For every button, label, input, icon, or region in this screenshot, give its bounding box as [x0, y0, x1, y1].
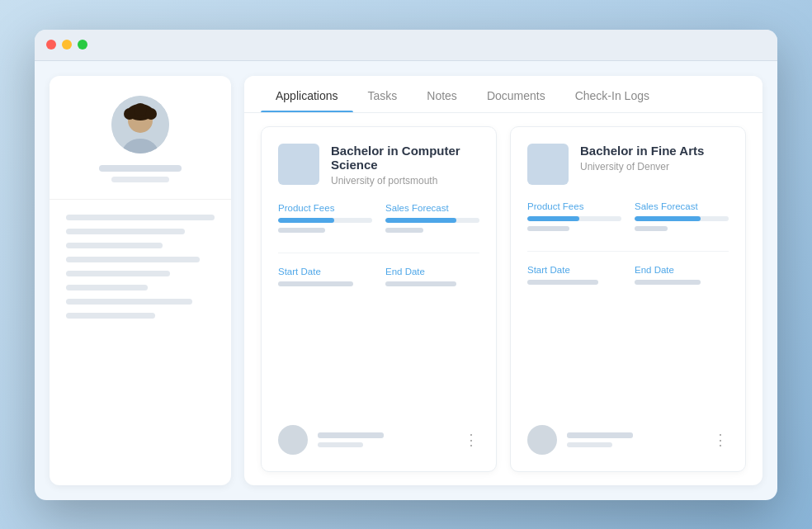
card-footer-1: ⋮: [278, 425, 479, 455]
sidebar-panel: [50, 76, 231, 485]
product-fees-bar-bg-1: [278, 218, 372, 223]
card-subtitle-2: University of Denver: [580, 161, 704, 172]
tab-checkin-logs[interactable]: Check-In Logs: [560, 76, 664, 112]
card-divider-1: [278, 253, 479, 253]
card-fields-1: Product Fees Sales Forecast: [278, 203, 479, 233]
svg-point-4: [124, 108, 135, 120]
product-fees-bar-bg-2: [527, 216, 621, 221]
browser-window: Applications Tasks Notes Documents Check…: [35, 30, 777, 500]
sales-forecast-bar-bg-1: [385, 218, 479, 223]
traffic-lights: [46, 40, 87, 50]
card-subtitle-1: University of portsmouth: [331, 175, 479, 187]
tab-applications[interactable]: Applications: [261, 76, 353, 112]
product-fees-label-1: Product Fees: [278, 203, 372, 213]
info-line-6: [66, 285, 148, 290]
close-button[interactable]: [46, 40, 56, 50]
footer-name-bar-2: [567, 432, 703, 447]
maximize-button[interactable]: [78, 40, 87, 50]
info-line-5: [66, 271, 170, 276]
card-title-block-2: Bachelor in Fine Arts University of Denv…: [580, 144, 704, 172]
info-section: [50, 200, 231, 333]
card-title-block-1: Bachelor in Computer Science University …: [331, 144, 479, 187]
footer-avatar-2: [527, 425, 557, 455]
card-header-2: Bachelor in Fine Arts University of Denv…: [527, 144, 729, 185]
application-card-2: Bachelor in Fine Arts University of Denv…: [510, 126, 746, 472]
footer-name-2: [567, 432, 633, 438]
card-logo-1: [278, 144, 319, 185]
footer-avatar-1: [278, 425, 308, 455]
product-fees-value-2: [527, 226, 569, 231]
footer-sub-1: [318, 442, 363, 447]
sales-forecast-group-2: Sales Forecast: [635, 201, 729, 231]
info-line-2: [66, 229, 185, 234]
end-date-label-2: End Date: [635, 265, 729, 275]
footer-name-1: [318, 432, 384, 438]
card-footer-2: ⋮: [527, 425, 729, 455]
footer-sub-2: [567, 442, 612, 447]
card-header-1: Bachelor in Computer Science University …: [278, 144, 479, 187]
card-logo-2: [527, 144, 569, 185]
sales-forecast-label-2: Sales Forecast: [635, 201, 729, 211]
more-options-button-2[interactable]: ⋮: [713, 432, 729, 447]
card-title-1: Bachelor in Computer Science: [331, 144, 479, 172]
card-fields-2: Product Fees Sales Forecast: [527, 201, 729, 231]
product-fees-value-1: [278, 228, 325, 233]
product-fees-bar-fill-1: [278, 218, 334, 223]
start-date-group-1: Start Date: [278, 267, 372, 286]
card-title-2: Bachelor in Fine Arts: [580, 144, 704, 158]
svg-point-6: [134, 103, 147, 116]
end-date-bar-1: [385, 281, 456, 286]
tab-notes[interactable]: Notes: [412, 76, 472, 112]
end-date-group-1: End Date: [385, 267, 479, 286]
date-fields-2: Start Date End Date: [527, 265, 729, 285]
start-date-label-2: Start Date: [527, 265, 621, 275]
product-fees-group-2: Product Fees: [527, 201, 621, 231]
profile-name-bar: [99, 165, 182, 172]
profile-section: [50, 76, 231, 200]
start-date-bar-1: [278, 281, 353, 286]
titlebar: [35, 30, 777, 61]
info-line-3: [66, 243, 163, 248]
product-fees-bar-fill-2: [527, 216, 579, 221]
start-date-group-2: Start Date: [527, 265, 621, 285]
end-date-label-1: End Date: [385, 267, 479, 276]
tabs-bar: Applications Tasks Notes Documents Check…: [244, 76, 762, 113]
sales-forecast-group-1: Sales Forecast: [385, 203, 479, 233]
sales-forecast-bar-fill-1: [385, 218, 456, 223]
end-date-bar-2: [635, 280, 701, 285]
start-date-bar-2: [527, 280, 598, 285]
more-options-button-1[interactable]: ⋮: [464, 432, 479, 447]
date-fields-1: Start Date End Date: [278, 267, 479, 286]
avatar: [111, 96, 169, 154]
cards-area: Bachelor in Computer Science University …: [244, 113, 762, 485]
info-line-8: [66, 313, 155, 319]
info-line-7: [66, 299, 192, 305]
sales-forecast-label-1: Sales Forecast: [385, 203, 479, 213]
end-date-group-2: End Date: [635, 265, 729, 285]
minimize-button[interactable]: [62, 40, 72, 50]
svg-point-5: [145, 108, 157, 120]
product-fees-group-1: Product Fees: [278, 203, 372, 233]
sales-forecast-value-2: [635, 226, 668, 231]
window-content: Applications Tasks Notes Documents Check…: [35, 61, 777, 500]
tab-tasks[interactable]: Tasks: [353, 76, 413, 112]
application-card-1: Bachelor in Computer Science University …: [261, 126, 497, 472]
sales-forecast-bar-bg-2: [635, 216, 729, 221]
start-date-label-1: Start Date: [278, 267, 372, 276]
sales-forecast-bar-fill-2: [635, 216, 701, 221]
sales-forecast-value-1: [385, 228, 423, 233]
product-fees-label-2: Product Fees: [527, 201, 621, 211]
profile-sub-bar: [111, 177, 169, 182]
tab-documents[interactable]: Documents: [472, 76, 560, 112]
info-line-4: [66, 257, 200, 262]
card-divider-2: [527, 251, 729, 252]
footer-name-bar-1: [318, 432, 454, 447]
info-line-1: [66, 215, 215, 220]
main-panel: Applications Tasks Notes Documents Check…: [244, 76, 762, 485]
